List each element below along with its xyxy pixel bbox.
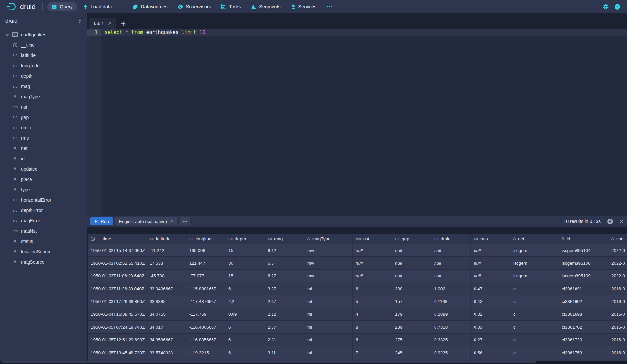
table-cell[interactable]: -116.8856667 bbox=[186, 334, 225, 346]
table-cell[interactable]: -77.077 bbox=[186, 270, 225, 282]
table-cell[interactable]: -116.4006667 bbox=[186, 321, 225, 333]
table-cell[interactable]: iscgem895104 bbox=[558, 244, 608, 256]
table-cell[interactable]: null bbox=[392, 257, 431, 269]
tab-close-icon[interactable] bbox=[108, 21, 112, 25]
tree-column-place[interactable]: Aplace bbox=[0, 174, 87, 185]
column-header-upd[interactable]: Aupd bbox=[608, 234, 627, 244]
table-cell[interactable]: 2016-0 bbox=[608, 321, 627, 333]
table-cell[interactable]: ci3361720 bbox=[558, 334, 608, 346]
table-cell[interactable]: 2016-0 bbox=[608, 282, 627, 295]
table-cell[interactable]: 6 bbox=[225, 321, 264, 333]
table-cell[interactable]: 33.9406667 bbox=[146, 282, 186, 295]
table-cell[interactable]: 0.7318 bbox=[431, 321, 471, 333]
table-cell[interactable]: 33.8885 bbox=[146, 295, 186, 308]
table-cell[interactable]: 8 bbox=[353, 321, 392, 333]
table-cell[interactable]: 0.2889 bbox=[431, 308, 471, 320]
tree-column-type[interactable]: Atype bbox=[0, 185, 87, 195]
table-cell[interactable]: 7 bbox=[353, 346, 392, 359]
table-cell[interactable]: 179 bbox=[392, 308, 431, 320]
table-cell[interactable]: ml bbox=[304, 346, 353, 359]
tree-column-magnst[interactable]: 123magNst bbox=[0, 226, 87, 236]
table-cell[interactable]: 5 bbox=[353, 295, 392, 308]
table-cell[interactable]: ci3361691 bbox=[558, 282, 608, 295]
tree-column-gap[interactable]: 1.0gap bbox=[0, 112, 87, 123]
table-cell[interactable]: 6.5 bbox=[264, 257, 304, 269]
table-cell[interactable]: -45.798 bbox=[146, 270, 186, 282]
table-cell[interactable]: 3.11 bbox=[264, 346, 304, 359]
table-cell[interactable]: null bbox=[353, 257, 392, 269]
table-cell[interactable]: iscgem895106 bbox=[558, 257, 608, 269]
table-cell[interactable]: 157 bbox=[392, 295, 431, 308]
table-cell[interactable]: mw bbox=[304, 257, 353, 269]
tree-column-magtype[interactable]: AmagType bbox=[0, 91, 87, 102]
table-cell[interactable]: iscgem bbox=[510, 257, 558, 269]
tree-column-latitude[interactable]: 1.0latitude bbox=[0, 50, 87, 61]
table-cell[interactable]: 30 bbox=[225, 257, 264, 269]
column-header-net[interactable]: Anet bbox=[510, 234, 558, 244]
table-cell[interactable]: ml bbox=[304, 295, 353, 308]
table-cell[interactable]: ci bbox=[510, 346, 558, 359]
chevron-down-icon[interactable] bbox=[4, 32, 10, 37]
table-cell[interactable]: 6 bbox=[353, 282, 392, 295]
nav-item-query[interactable]: Query bbox=[47, 2, 77, 11]
table-cell[interactable]: ci bbox=[510, 295, 558, 308]
table-cell[interactable]: 0.43 bbox=[471, 295, 510, 308]
table-cell[interactable]: mw bbox=[304, 270, 353, 282]
tree-column-rms[interactable]: 1.0rms bbox=[0, 133, 87, 143]
table-cell[interactable]: 239 bbox=[392, 321, 431, 333]
engine-select[interactable]: Engine: auto (sql-native) bbox=[115, 217, 177, 225]
table-cell[interactable]: 4.2 bbox=[225, 295, 264, 308]
table-cell[interactable]: 0.9235 bbox=[431, 346, 471, 359]
tree-table-earthquakes[interactable]: earthquakes bbox=[0, 30, 87, 40]
table-cell[interactable]: 2.31 bbox=[264, 334, 304, 346]
column-header-depth[interactable]: 1.0depth bbox=[225, 234, 264, 244]
column-header-rms[interactable]: 1.0rms bbox=[471, 234, 510, 244]
brand[interactable]: druid bbox=[4, 2, 38, 11]
table-cell[interactable]: 121.447 bbox=[186, 257, 225, 269]
tree-column-id[interactable]: Aid bbox=[0, 153, 87, 164]
column-header-time[interactable]: __time bbox=[88, 234, 146, 244]
tree-column-longitude[interactable]: 1.0longitude bbox=[0, 61, 87, 71]
table-cell[interactable]: null bbox=[431, 244, 471, 256]
table-cell[interactable]: 2.57 bbox=[264, 321, 304, 333]
table-cell[interactable]: 245 bbox=[392, 346, 431, 359]
table-cell[interactable]: iscgem bbox=[510, 244, 558, 256]
table-cell[interactable]: 15 bbox=[225, 270, 264, 282]
table-cell[interactable]: mw bbox=[304, 244, 353, 256]
nav-item-more[interactable] bbox=[322, 2, 336, 11]
column-header-id[interactable]: Aid bbox=[558, 234, 608, 244]
table-cell[interactable]: 2022-0 bbox=[608, 257, 627, 269]
table-cell[interactable]: 4 bbox=[353, 308, 392, 320]
editor-code-area[interactable]: select * from earthquakes limit 10 bbox=[101, 29, 627, 216]
nav-item-services[interactable]: Services bbox=[286, 2, 321, 11]
nav-item-segments[interactable]: Segments bbox=[247, 2, 285, 11]
table-cell[interactable]: null bbox=[471, 270, 510, 282]
table-cell[interactable]: 0.1168 bbox=[431, 295, 471, 308]
table-cell[interactable]: 0.33 bbox=[471, 321, 510, 333]
column-header-nst[interactable]: 123nst bbox=[353, 234, 392, 244]
tree-column-nst[interactable]: 123nst bbox=[0, 102, 87, 112]
table-cell[interactable]: -119.3215 bbox=[186, 346, 225, 359]
tree-column-mag[interactable]: 1.0mag bbox=[0, 81, 87, 92]
table-cell[interactable]: null bbox=[471, 257, 510, 269]
table-cell[interactable]: 2016-0 bbox=[608, 295, 627, 308]
table-cell[interactable]: 2.67 bbox=[264, 295, 304, 308]
table-cell[interactable]: 275 bbox=[392, 334, 431, 346]
table-cell[interactable]: ml bbox=[304, 334, 353, 346]
table-cell[interactable]: ci3361692 bbox=[558, 295, 608, 308]
table-cell[interactable]: ci bbox=[510, 308, 558, 320]
download-icon[interactable] bbox=[607, 218, 613, 225]
table-cell[interactable]: 0.27 bbox=[471, 334, 510, 346]
table-cell[interactable]: 1950-01-03T11:26:30.040Z bbox=[88, 282, 146, 295]
table-cell[interactable]: 6.12 bbox=[264, 244, 304, 256]
tree-column-status[interactable]: Astatus bbox=[0, 236, 87, 247]
table-cell[interactable]: 15 bbox=[225, 244, 264, 256]
table-cell[interactable]: 17.533 bbox=[146, 257, 186, 269]
table-cell[interactable]: ml bbox=[304, 282, 353, 295]
tab-1[interactable]: Tab 1 bbox=[89, 18, 116, 29]
table-cell[interactable]: 1950-01-05T07:24:19.740Z bbox=[88, 321, 146, 333]
nav-item-datasources[interactable]: Datasources bbox=[128, 2, 172, 11]
nav-item-supervisors[interactable]: Supervisors bbox=[173, 2, 215, 11]
settings-gear-icon[interactable] bbox=[603, 4, 609, 10]
table-cell[interactable]: -115.8881667 bbox=[186, 282, 225, 295]
